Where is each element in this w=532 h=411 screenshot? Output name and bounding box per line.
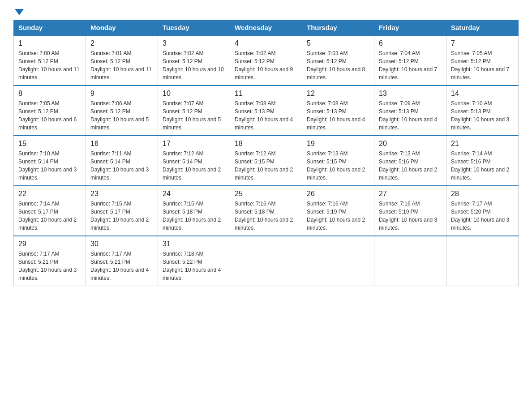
day-info: Sunrise: 7:13 AMSunset: 5:15 PMDaylight:… bbox=[307, 150, 365, 181]
col-header-wednesday: Wednesday bbox=[230, 20, 302, 36]
day-number: 24 bbox=[163, 190, 225, 198]
day-info: Sunrise: 7:15 AMSunset: 5:17 PMDaylight:… bbox=[90, 201, 149, 231]
calendar-cell bbox=[230, 236, 302, 286]
page-header bbox=[13, 9, 519, 15]
calendar-cell: 6 Sunrise: 7:04 AMSunset: 5:12 PMDayligh… bbox=[374, 35, 446, 86]
day-info: Sunrise: 7:12 AMSunset: 5:15 PMDaylight:… bbox=[235, 150, 293, 181]
day-info: Sunrise: 7:04 AMSunset: 5:12 PMDaylight:… bbox=[379, 50, 437, 81]
calendar-week-row: 22 Sunrise: 7:14 AMSunset: 5:17 PMDaylig… bbox=[14, 186, 519, 236]
calendar-cell: 18 Sunrise: 7:12 AMSunset: 5:15 PMDaylig… bbox=[230, 136, 302, 186]
calendar-cell bbox=[374, 236, 446, 286]
logo-triangle-icon bbox=[15, 9, 24, 15]
day-number: 17 bbox=[163, 140, 225, 148]
day-info: Sunrise: 7:15 AMSunset: 5:18 PMDaylight:… bbox=[163, 201, 221, 231]
day-info: Sunrise: 7:08 AMSunset: 5:13 PMDaylight:… bbox=[235, 100, 293, 131]
calendar-cell: 9 Sunrise: 7:06 AMSunset: 5:12 PMDayligh… bbox=[86, 86, 158, 136]
day-number: 1 bbox=[18, 39, 81, 47]
day-info: Sunrise: 7:11 AMSunset: 5:14 PMDaylight:… bbox=[90, 150, 149, 181]
calendar-cell: 20 Sunrise: 7:13 AMSunset: 5:16 PMDaylig… bbox=[374, 136, 446, 186]
calendar-header-row: SundayMondayTuesdayWednesdayThursdayFrid… bbox=[14, 20, 519, 36]
calendar-cell: 13 Sunrise: 7:09 AMSunset: 5:13 PMDaylig… bbox=[374, 86, 446, 136]
day-info: Sunrise: 7:09 AMSunset: 5:13 PMDaylight:… bbox=[379, 100, 437, 131]
day-info: Sunrise: 7:08 AMSunset: 5:13 PMDaylight:… bbox=[307, 100, 365, 131]
calendar-cell: 23 Sunrise: 7:15 AMSunset: 5:17 PMDaylig… bbox=[86, 186, 158, 236]
day-number: 18 bbox=[235, 140, 297, 148]
calendar-cell: 31 Sunrise: 7:18 AMSunset: 5:22 PMDaylig… bbox=[158, 236, 230, 286]
calendar-week-row: 8 Sunrise: 7:05 AMSunset: 5:12 PMDayligh… bbox=[14, 86, 519, 136]
col-header-sunday: Sunday bbox=[14, 20, 86, 36]
calendar-cell: 12 Sunrise: 7:08 AMSunset: 5:13 PMDaylig… bbox=[302, 86, 374, 136]
calendar-week-row: 15 Sunrise: 7:10 AMSunset: 5:14 PMDaylig… bbox=[14, 136, 519, 186]
day-info: Sunrise: 7:00 AMSunset: 5:12 PMDaylight:… bbox=[18, 50, 80, 81]
day-number: 28 bbox=[451, 190, 514, 198]
calendar-cell: 28 Sunrise: 7:17 AMSunset: 5:20 PMDaylig… bbox=[446, 186, 519, 236]
day-number: 27 bbox=[379, 190, 442, 198]
day-info: Sunrise: 7:16 AMSunset: 5:19 PMDaylight:… bbox=[379, 201, 437, 231]
day-number: 8 bbox=[18, 90, 81, 98]
calendar-cell bbox=[302, 236, 374, 286]
day-number: 11 bbox=[235, 90, 297, 98]
logo bbox=[13, 9, 24, 15]
calendar-cell bbox=[446, 236, 519, 286]
col-header-monday: Monday bbox=[86, 20, 158, 36]
day-info: Sunrise: 7:01 AMSunset: 5:12 PMDaylight:… bbox=[90, 50, 152, 81]
day-info: Sunrise: 7:05 AMSunset: 5:12 PMDaylight:… bbox=[451, 50, 509, 81]
calendar-cell: 14 Sunrise: 7:10 AMSunset: 5:13 PMDaylig… bbox=[446, 86, 519, 136]
day-info: Sunrise: 7:03 AMSunset: 5:12 PMDaylight:… bbox=[307, 50, 365, 81]
calendar-cell: 26 Sunrise: 7:16 AMSunset: 5:19 PMDaylig… bbox=[302, 186, 374, 236]
calendar-cell: 10 Sunrise: 7:07 AMSunset: 5:12 PMDaylig… bbox=[158, 86, 230, 136]
col-header-friday: Friday bbox=[374, 20, 446, 36]
day-info: Sunrise: 7:02 AMSunset: 5:12 PMDaylight:… bbox=[163, 50, 224, 81]
calendar-week-row: 1 Sunrise: 7:00 AMSunset: 5:12 PMDayligh… bbox=[14, 35, 519, 86]
day-number: 31 bbox=[163, 240, 225, 248]
day-info: Sunrise: 7:14 AMSunset: 5:17 PMDaylight:… bbox=[18, 201, 77, 231]
day-info: Sunrise: 7:07 AMSunset: 5:12 PMDaylight:… bbox=[163, 100, 221, 131]
day-info: Sunrise: 7:02 AMSunset: 5:12 PMDaylight:… bbox=[235, 50, 293, 81]
calendar-cell: 29 Sunrise: 7:17 AMSunset: 5:21 PMDaylig… bbox=[14, 236, 86, 286]
day-number: 19 bbox=[307, 140, 369, 148]
day-number: 15 bbox=[18, 140, 81, 148]
day-info: Sunrise: 7:13 AMSunset: 5:16 PMDaylight:… bbox=[379, 150, 437, 181]
calendar-cell: 4 Sunrise: 7:02 AMSunset: 5:12 PMDayligh… bbox=[230, 35, 302, 86]
day-number: 6 bbox=[379, 39, 442, 47]
day-number: 30 bbox=[90, 240, 153, 248]
day-info: Sunrise: 7:06 AMSunset: 5:12 PMDaylight:… bbox=[90, 100, 149, 131]
calendar-cell: 3 Sunrise: 7:02 AMSunset: 5:12 PMDayligh… bbox=[158, 35, 230, 86]
day-number: 16 bbox=[90, 140, 153, 148]
calendar-cell: 22 Sunrise: 7:14 AMSunset: 5:17 PMDaylig… bbox=[14, 186, 86, 236]
day-info: Sunrise: 7:18 AMSunset: 5:22 PMDaylight:… bbox=[163, 251, 221, 281]
calendar-cell: 27 Sunrise: 7:16 AMSunset: 5:19 PMDaylig… bbox=[374, 186, 446, 236]
day-number: 20 bbox=[379, 140, 442, 148]
day-number: 29 bbox=[18, 240, 81, 248]
day-number: 3 bbox=[163, 39, 225, 47]
day-number: 10 bbox=[163, 90, 225, 98]
calendar-cell: 5 Sunrise: 7:03 AMSunset: 5:12 PMDayligh… bbox=[302, 35, 374, 86]
calendar-cell: 30 Sunrise: 7:17 AMSunset: 5:21 PMDaylig… bbox=[86, 236, 158, 286]
calendar-cell: 19 Sunrise: 7:13 AMSunset: 5:15 PMDaylig… bbox=[302, 136, 374, 186]
calendar-cell: 11 Sunrise: 7:08 AMSunset: 5:13 PMDaylig… bbox=[230, 86, 302, 136]
calendar-cell: 15 Sunrise: 7:10 AMSunset: 5:14 PMDaylig… bbox=[14, 136, 86, 186]
calendar-table: SundayMondayTuesdayWednesdayThursdayFrid… bbox=[13, 20, 519, 286]
day-number: 22 bbox=[18, 190, 81, 198]
day-number: 2 bbox=[90, 39, 153, 47]
day-number: 21 bbox=[451, 140, 514, 148]
calendar-cell: 7 Sunrise: 7:05 AMSunset: 5:12 PMDayligh… bbox=[446, 35, 519, 86]
day-number: 25 bbox=[235, 190, 297, 198]
calendar-cell: 24 Sunrise: 7:15 AMSunset: 5:18 PMDaylig… bbox=[158, 186, 230, 236]
day-number: 5 bbox=[307, 39, 369, 47]
calendar-cell: 1 Sunrise: 7:00 AMSunset: 5:12 PMDayligh… bbox=[14, 35, 86, 86]
day-number: 26 bbox=[307, 190, 369, 198]
calendar-week-row: 29 Sunrise: 7:17 AMSunset: 5:21 PMDaylig… bbox=[14, 236, 519, 286]
day-number: 14 bbox=[451, 90, 514, 98]
calendar-cell: 8 Sunrise: 7:05 AMSunset: 5:12 PMDayligh… bbox=[14, 86, 86, 136]
day-number: 12 bbox=[307, 90, 369, 98]
day-info: Sunrise: 7:17 AMSunset: 5:21 PMDaylight:… bbox=[18, 251, 77, 281]
calendar-cell: 16 Sunrise: 7:11 AMSunset: 5:14 PMDaylig… bbox=[86, 136, 158, 186]
calendar-cell: 21 Sunrise: 7:14 AMSunset: 5:16 PMDaylig… bbox=[446, 136, 519, 186]
col-header-tuesday: Tuesday bbox=[158, 20, 230, 36]
calendar-cell: 2 Sunrise: 7:01 AMSunset: 5:12 PMDayligh… bbox=[86, 35, 158, 86]
day-info: Sunrise: 7:16 AMSunset: 5:19 PMDaylight:… bbox=[307, 201, 365, 231]
day-number: 4 bbox=[235, 39, 297, 47]
calendar-cell: 25 Sunrise: 7:16 AMSunset: 5:18 PMDaylig… bbox=[230, 186, 302, 236]
day-info: Sunrise: 7:17 AMSunset: 5:21 PMDaylight:… bbox=[90, 251, 149, 281]
